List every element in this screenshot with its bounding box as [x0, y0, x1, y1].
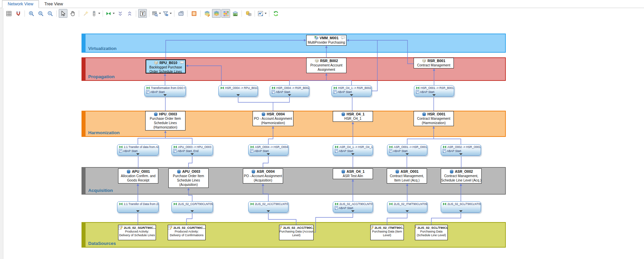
layout-options-button[interactable] — [91, 9, 101, 18]
refresh-icon — [273, 10, 279, 17]
collapse-toggle-icon[interactable] — [236, 94, 240, 96]
tab-tree-view[interactable]: Tree View — [39, 1, 68, 8]
node-HSR_O004[interactable]: HSR_O004PO - Account Assignment(Harmoniz… — [253, 111, 293, 126]
transformation-t1_5[interactable]: HSR_O001 -> RSR_B001ABAP Start — [414, 85, 454, 97]
node-DS_CGR[interactable]: 2LIS_02_CGR/T90C...Produced Activity:Del… — [168, 225, 206, 240]
transformation-t2_1[interactable]: 1:1 Transfer of data from APU...ABAP Sta… — [117, 144, 159, 156]
collapse-toggle-icon[interactable] — [288, 94, 291, 96]
collapse-toggle-icon[interactable] — [351, 210, 355, 212]
data-preview-button[interactable] — [244, 9, 253, 18]
node-ASR_O004[interactable]: ASR_O004PO - Account Assignment(Acquisit… — [243, 168, 283, 184]
transformation-t2_6[interactable]: ASR_O002 -> HSR_O001ABAP Start — [441, 144, 481, 156]
text-display-button[interactable]: T — [138, 9, 147, 18]
transformation-t3_2[interactable]: 2LIS_02_CGR/T90CLNT090 ->... — [171, 201, 213, 213]
search-objects-button[interactable] — [151, 9, 161, 18]
show-layers-button[interactable] — [212, 9, 221, 18]
toolbar-separator — [24, 10, 25, 17]
node-RSR_B002[interactable]: RSR_B002Procurement AccountAssignment — [306, 58, 346, 73]
toolbar-separator — [149, 10, 149, 17]
node-APU_O003[interactable]: APU_O003Purchase Order ItemSchedule Line… — [168, 168, 209, 188]
collapse-toggle-icon[interactable] — [267, 153, 270, 155]
color-mode-button[interactable] — [221, 9, 230, 18]
collapse-toggle-icon[interactable] — [350, 94, 353, 96]
comment-icon[interactable] — [341, 36, 345, 41]
magnet-snap-button[interactable] — [14, 9, 22, 18]
node-title: RPU_B010 — [146, 60, 185, 65]
tab-network-view[interactable]: Network View — [2, 0, 39, 8]
swimlane-display-button[interactable] — [190, 9, 198, 18]
node-description-line: Schedule Lines — [146, 121, 185, 125]
transformation-t2_2[interactable]: APU_O003 -> HPU_O003ABAP Start, End — [171, 144, 213, 156]
dropdown-caret-icon[interactable] — [98, 13, 100, 14]
transformation-t1_4[interactable]: HSR_O4_1 -> RSR_B002ABAP Start — [331, 85, 372, 97]
transformation-t3_6[interactable]: 2LIS_02_SCL/T90CLNT090 ->... — [441, 201, 481, 213]
show-transformations-button[interactable] — [105, 9, 115, 18]
node-ASR_O4_1[interactable]: ASR_O4_1ASR Test Alin — [333, 168, 373, 179]
node-HSR_O001[interactable]: HSR_O001Contract Management(Harmonizatio… — [414, 111, 454, 126]
grid-toggle-button[interactable] — [4, 9, 13, 18]
node-description-line: Backlogged Purchase — [146, 65, 185, 69]
zoom-out-button[interactable] — [46, 9, 54, 18]
transformation-t3_3[interactable]: 2LIS_02_ACC/T90CLNT090 ->... — [248, 201, 288, 213]
reporting-button[interactable] — [257, 9, 267, 18]
comment-icon[interactable] — [180, 61, 184, 65]
collapse-all-button[interactable] — [116, 9, 124, 18]
package-button[interactable] — [176, 9, 185, 18]
node-DS_SGR[interactable]: 2LIS_02_SGR/T90C...Produced Activity:Del… — [118, 225, 156, 240]
collapse-toggle-icon[interactable] — [406, 210, 409, 212]
expand-all-button[interactable] — [125, 9, 134, 18]
collapse-toggle-icon[interactable] — [163, 94, 167, 96]
collapse-toggle-icon[interactable] — [406, 153, 409, 155]
collapse-toggle-icon[interactable] — [459, 153, 463, 155]
bowtie-icon — [105, 10, 112, 17]
transformation-title: Transformation from DSO HP... — [151, 86, 185, 90]
transformation-t3_1[interactable]: 1:1 Transfer of Data from 2LIS... — [117, 201, 159, 213]
background-image-button[interactable] — [231, 9, 239, 18]
collapse-toggle-icon[interactable] — [267, 210, 270, 212]
case-icon — [178, 10, 184, 17]
node-APU_O001[interactable]: APU_O001Allocation Confirm. andGoods Rec… — [118, 168, 158, 184]
transformation-t1_3[interactable]: HSR_O004 -> RSR_B002ABAP Start — [270, 85, 309, 97]
dropdown-caret-icon[interactable] — [113, 13, 115, 14]
collapse-toggle-icon[interactable] — [432, 94, 436, 96]
collapse-toggle-icon[interactable] — [136, 153, 140, 155]
node-VMM_M001[interactable]: VMM_M001MultiProvider Purchasing — [306, 35, 346, 46]
node-DS_ITM[interactable]: 2LIS_02_ITM/T90C...Purchasing Data (Item… — [370, 225, 404, 240]
transformation-t1_1[interactable]: Transformation from DSO HP...ABAP Start — [144, 85, 186, 97]
node-ASR_O002[interactable]: ASR_O002Contract Management,Schedule Lin… — [441, 168, 482, 184]
collapse-toggle-icon[interactable] — [459, 210, 463, 212]
dropdown-caret-icon[interactable] — [159, 13, 161, 14]
node-HPU_O003[interactable]: HPU_O003Purchase Order ItemSchedule Line… — [145, 111, 185, 131]
transformation-t2_5[interactable]: ASR_O001 -> HSR_O001ABAP Start — [387, 144, 427, 156]
transformation-t3_4[interactable]: 2LIS_02_ACC/T90CLNT090 ->...ABAP Start — [333, 201, 373, 213]
zoom-fit-button[interactable] — [36, 9, 45, 18]
node-RPU_B010[interactable]: RPU_B010Backlogged PurchaseOrder Schedul… — [146, 59, 186, 73]
filter-objects-button[interactable] — [162, 9, 172, 18]
node-RSR_B001[interactable]: RSR_B001Contract Management — [414, 58, 454, 68]
transformation-t2_4[interactable]: ASR_O4_1 -> HSR_O4_1ABAP Start — [333, 144, 373, 156]
pan-hand-button[interactable] — [68, 9, 77, 18]
node-HSR_O4_1[interactable]: HSR_O4_1HSR_O4_1 — [333, 111, 373, 122]
collapse-toggle-icon[interactable] — [191, 153, 194, 155]
abap-routine-label: ABAP Start — [337, 90, 352, 94]
refresh-button[interactable] — [271, 9, 280, 18]
transformation-t3_5[interactable]: 2LIS_02_ITM/T90CLNT090 ->... — [387, 201, 427, 213]
transformation-t2_3[interactable]: ASR_O004 -> HSR_O004ABAP Start — [248, 144, 288, 156]
dropdown-caret-icon[interactable] — [170, 13, 172, 14]
zoom-in-button[interactable] — [27, 9, 36, 18]
collapse-toggle-icon[interactable] — [351, 153, 355, 155]
auto-arrange-button[interactable] — [81, 9, 90, 18]
chart-icon — [257, 10, 264, 17]
node-DS_SCL[interactable]: 2LIS_02_SCL/T90CL...Purchasing Data(Sche… — [415, 225, 448, 240]
transformation-t1_2[interactable]: HSR_O004 -> RPU_B010 — [218, 85, 258, 97]
left-splitter[interactable] — [0, 8, 3, 259]
node-DS_ACC[interactable]: 2LIS_02_ACC/T90C...Purchasing Data (Acco… — [279, 225, 314, 240]
collapse-toggle-icon[interactable] — [136, 210, 140, 212]
dropdown-caret-icon[interactable] — [265, 13, 267, 14]
node-title: HSR_O004 — [253, 112, 293, 116]
collapse-toggle-icon[interactable] — [191, 210, 194, 212]
select-pointer-button[interactable] — [59, 9, 67, 18]
node-title: 2LIS_02_ITM/T90C... — [371, 225, 404, 230]
edit-layers-button[interactable] — [203, 9, 211, 18]
node-ASR_O001[interactable]: ASR_O001Contract Management,Item Level (… — [387, 168, 427, 184]
